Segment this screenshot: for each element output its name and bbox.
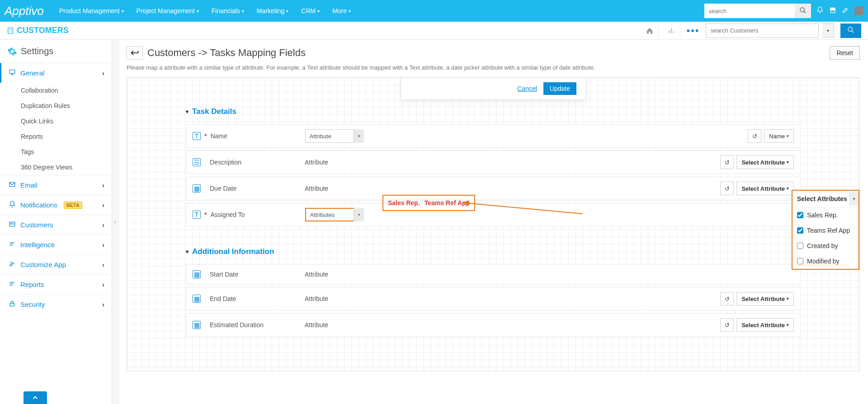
topnav-item-financials[interactable]: Financials▾ [205,0,250,22]
mapped-attr-button[interactable]: Name ▾ [764,129,794,143]
sidebar-item-notifications[interactable]: NotificationsBETA› [0,195,112,215]
reset-field-button[interactable]: ↺ [748,129,761,143]
reset-button[interactable]: Reset [830,46,860,60]
module-search-input[interactable] [706,23,819,38]
topnav-item-more[interactable]: More▾ [326,0,357,22]
sidebar-sub-collaboration[interactable]: Collaboration [0,83,112,98]
field-type-icon: ☰ [193,158,201,166]
callout-tag: Teams Ref App [425,199,470,207]
tools-icon [9,260,16,269]
main-content: Customers -> Tasks Mapping Fields Reset … [118,40,868,404]
sidebar-collapse-button[interactable] [24,391,47,404]
select-attribute-button[interactable]: Select Attribute ▾ [736,182,794,195]
chevron-right-icon: › [102,281,104,288]
user-avatar[interactable] [854,6,863,15]
reset-field-button[interactable]: ↺ [720,182,734,195]
back-button[interactable] [127,46,143,60]
sidebar-collapse-handle[interactable]: ‹ [112,40,118,404]
svg-rect-3 [8,28,13,33]
sidebar-sub-tags[interactable]: Tags [0,144,112,160]
sidebar-item-customers[interactable]: Customers› [0,215,112,235]
sidebar-item-email[interactable]: Email› [0,175,112,195]
cancel-link[interactable]: Cancel [517,85,537,92]
home-icon[interactable] [641,23,659,39]
bars-icon [9,280,16,289]
id-card-icon [9,221,16,229]
bell-icon[interactable] [816,6,824,16]
sidebar-sub-quick-links[interactable]: Quick Links [0,113,112,129]
sidebar-sub-360-degree-views[interactable]: 360 Degree Views [0,160,112,175]
sidebar-item-label: Security [20,301,45,308]
update-button[interactable]: Update [543,82,576,95]
attribute-text: Attribute [305,321,328,329]
topnav-item-marketing[interactable]: Marketing▾ [250,0,295,22]
sidebar-item-reports[interactable]: Reports› [0,274,112,294]
field-row-end-date: ▦ End Date Attribute ↺Select Attribute ▾ [186,287,801,310]
sidebar-header: Settings [0,40,112,63]
reset-field-button[interactable]: ↺ [720,155,734,169]
sidebar-item-customize-app[interactable]: Customize App› [0,254,112,274]
field-row-estimated-duration: ▦ Estimated Duration Attribute ↺Select A… [186,313,801,337]
bars-icon [9,240,16,249]
field-type-icon: ▦ [193,184,201,193]
app-subheader: CUSTOMERS ••• ▾ [0,22,868,40]
topnav-item-product-management[interactable]: Product Management▾ [53,0,130,22]
global-search-button[interactable] [795,4,811,18]
field-row-due-date: ▦ Due Date Attribute ↺Select Attribute ▾ [186,177,801,200]
sidebar-sub-duplication-rules[interactable]: Duplication Rules [0,98,112,113]
chart-icon[interactable] [662,23,680,39]
required-indicator: * [204,132,207,140]
beta-badge: BETA [64,202,82,209]
topnav-item-project-management[interactable]: Project Management▾ [130,0,205,22]
dropdown-option-modified-by[interactable]: Modified by [793,254,859,269]
global-search-input[interactable] [704,4,795,18]
sidebar-header-text: Settings [21,46,53,56]
field-type-icon: T [193,132,201,140]
store-icon[interactable] [829,6,836,16]
field-row-start-date: ▦ Start Date Attribute [186,264,801,284]
app-title[interactable]: CUSTOMERS [7,26,69,35]
attribute-text: Attribute [305,185,328,192]
sidebar-item-general[interactable]: General› [0,63,112,83]
chevron-right-icon: › [102,181,104,189]
dropdown-header-text: Select Attributes [797,195,847,202]
select-attribute-button[interactable]: Select Attribute ▾ [736,292,794,305]
chevron-down-icon: ▾ [197,9,199,14]
sidebar-item-security[interactable]: Security› [0,294,112,314]
chevron-right-icon: › [102,241,104,249]
section-header-additional-information[interactable]: Additional Information [186,247,801,256]
module-search-button[interactable] [840,23,861,38]
checkbox[interactable] [797,227,803,234]
select-attribute-button[interactable]: Select Attribute ▾ [736,318,794,332]
more-icon[interactable]: ••• [684,23,702,39]
sidebar-item-intelligence[interactable]: Intelligence› [0,235,112,254]
checkbox[interactable] [797,258,803,264]
svg-rect-2 [830,10,835,12]
dropdown-option-teams-ref-app[interactable]: Teams Ref App [793,223,859,238]
sidebar-item-label: Intelligence [20,241,55,249]
compose-icon[interactable] [842,6,849,16]
option-label: Modified by [807,258,840,265]
chevron-down-icon: ▾ [787,296,789,301]
reset-field-button[interactable]: ↺ [720,292,734,305]
section-header-task-details[interactable]: Task Details [186,107,801,116]
dropdown-header[interactable]: Select Attributes ▾ [793,191,859,207]
attribute-select[interactable]: Attribute [305,129,364,143]
reset-field-button[interactable]: ↺ [720,318,734,332]
logo[interactable]: Apptivo [5,4,44,18]
field-label: Assigned To [210,211,305,218]
field-row-description: ☰ Description Attribute ↺Select Attribut… [186,150,801,174]
field-type-icon: ▦ [193,295,201,303]
select-attribute-button[interactable]: Select Attribute ▾ [736,155,794,169]
help-text: Please map a attribute with a similar ty… [118,62,868,77]
module-search-dropdown[interactable]: ▾ [822,23,834,38]
dropdown-option-sales-rep-[interactable]: Sales Rep. [793,207,859,223]
dropdown-option-created-by[interactable]: Created by [793,238,859,254]
chevron-right-icon: › [102,221,104,229]
chevron-down-icon: ▾ [122,9,124,14]
topnav-item-crm[interactable]: CRM▾ [295,0,326,22]
checkbox[interactable] [797,243,803,249]
checkbox[interactable] [797,212,803,218]
sidebar-sub-reports[interactable]: Reports [0,129,112,144]
attribute-select[interactable]: Attributes [305,208,364,221]
